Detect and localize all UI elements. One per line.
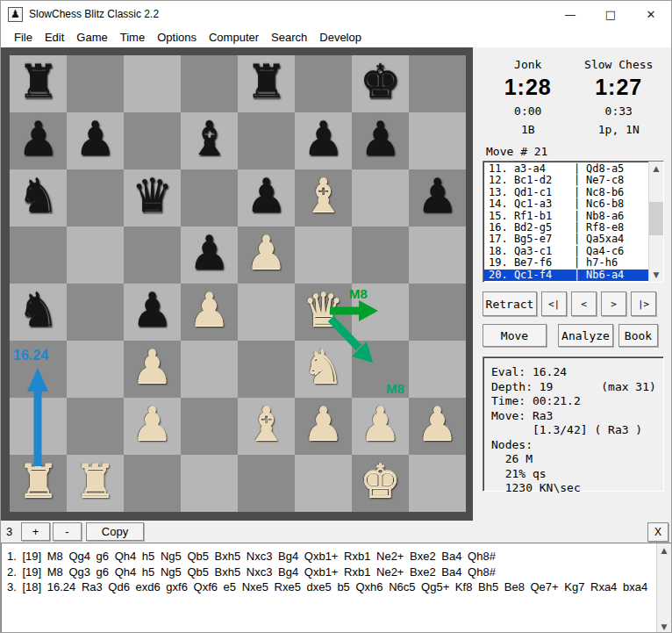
square-c8[interactable] (124, 55, 181, 112)
menu-options[interactable]: Options (151, 29, 203, 46)
move-list[interactable]: 11. a3-a4|Qd8-a512. Bc1-d2|Ne7-c813. Qd1… (483, 161, 664, 283)
menu-time[interactable]: Time (114, 29, 151, 46)
square-c6[interactable] (124, 169, 181, 227)
square-e3[interactable] (238, 341, 295, 398)
square-c3[interactable] (124, 341, 181, 398)
square-c7[interactable] (124, 112, 181, 169)
analyze-button[interactable]: Analyze (558, 324, 613, 347)
move-row-12[interactable]: 12. Bc1-d2|Ne7-c8 (483, 175, 648, 186)
square-d1[interactable] (181, 455, 238, 512)
square-a5[interactable] (10, 227, 67, 284)
square-a3[interactable] (10, 341, 67, 398)
move-row-15[interactable]: 15. Rf1-b1|Nb8-a6 (483, 211, 648, 222)
scroll-up-icon[interactable]: ▲ (649, 162, 663, 176)
square-b8[interactable] (67, 55, 124, 112)
square-b2[interactable] (67, 398, 124, 455)
square-h2[interactable] (409, 398, 466, 455)
square-f6[interactable] (295, 169, 352, 227)
square-h5[interactable] (409, 227, 466, 284)
square-d7[interactable] (181, 112, 238, 169)
square-e5[interactable] (238, 227, 295, 284)
square-f1[interactable] (295, 455, 352, 512)
square-a1[interactable] (10, 455, 67, 512)
square-d6[interactable] (181, 169, 238, 227)
analysis-scroll-up-icon[interactable]: ▲ (657, 543, 671, 557)
square-c5[interactable] (124, 227, 181, 284)
move-button[interactable]: Move (483, 324, 547, 347)
scroll-down-icon[interactable]: ▼ (649, 268, 663, 282)
increase-lines-button[interactable]: + (21, 522, 50, 541)
square-a8[interactable] (10, 55, 67, 112)
square-d2[interactable] (181, 398, 238, 455)
square-g5[interactable] (352, 227, 409, 284)
square-e8[interactable] (238, 55, 295, 112)
square-a4[interactable] (10, 284, 67, 341)
minimize-button[interactable]: — (550, 1, 590, 27)
next-move-button[interactable]: > (601, 291, 626, 316)
move-row-16[interactable]: 16. Bd2-g5|Rf8-e8 (483, 222, 648, 234)
menu-develop[interactable]: Develop (313, 29, 368, 46)
square-d4[interactable] (181, 284, 238, 341)
last-move-button[interactable]: |> (631, 291, 656, 316)
square-g4[interactable] (352, 284, 409, 341)
analysis-scrollbar[interactable]: ▲ ▼ (656, 543, 671, 633)
square-g7[interactable] (352, 112, 409, 169)
decrease-lines-button[interactable]: - (53, 522, 82, 541)
move-row-20-selected[interactable]: 20. Qc1-f4|Nb6-a4 (483, 270, 648, 281)
square-h4[interactable] (409, 284, 466, 341)
square-g1[interactable] (352, 455, 409, 512)
square-d5[interactable] (181, 227, 238, 284)
retract-button[interactable]: Retract (483, 291, 537, 316)
square-g2[interactable] (352, 398, 409, 455)
menu-computer[interactable]: Computer (203, 29, 265, 46)
square-f7[interactable] (295, 112, 352, 169)
analysis-scroll-down-icon[interactable]: ▼ (657, 620, 671, 633)
square-h8[interactable] (409, 55, 466, 112)
square-a2[interactable] (10, 398, 67, 455)
square-g8[interactable] (352, 55, 409, 112)
close-analysis-button[interactable]: X (647, 522, 668, 542)
move-row-11[interactable]: 11. a3-a4|Qd8-a5 (483, 163, 648, 175)
move-row-19[interactable]: 19. Be7-f6|h7-h6 (483, 257, 648, 269)
move-row-17[interactable]: 17. Bg5-e7|Qa5xa4 (483, 234, 648, 245)
square-c4[interactable] (124, 284, 181, 341)
menu-edit[interactable]: Edit (39, 29, 70, 46)
close-button[interactable]: ✕ (631, 1, 671, 27)
square-h6[interactable] (409, 169, 466, 227)
menu-file[interactable]: File (8, 29, 39, 46)
square-b5[interactable] (67, 227, 124, 284)
book-button[interactable]: Book (618, 324, 658, 347)
square-b6[interactable] (67, 169, 124, 227)
square-e2[interactable] (238, 398, 295, 455)
square-e6[interactable] (238, 169, 295, 227)
square-f5[interactable] (295, 227, 352, 284)
move-row-13[interactable]: 13. Qd1-c1|Nc8-b6 (483, 187, 648, 198)
menu-game[interactable]: Game (70, 29, 113, 46)
chess-board[interactable]: ♜♜♚♟♟♝♟♟♞♛♟♝♟♟♟♞♟♟♛♟♞♟♝♟♟♟♜♜♚ 16.24 M8 M… (10, 55, 466, 512)
menu-search[interactable]: Search (265, 29, 313, 46)
move-row-18[interactable]: 18. Qa3-c1|Qa4-c6 (483, 246, 648, 257)
copy-button[interactable]: Copy (86, 522, 144, 541)
scrollbar-thumb[interactable] (649, 202, 663, 235)
move-list-scrollbar[interactable]: ▲ ▼ (648, 162, 663, 282)
square-c2[interactable] (124, 398, 181, 455)
first-move-button[interactable]: <| (541, 291, 567, 316)
square-h1[interactable] (409, 455, 466, 512)
square-b3[interactable] (67, 341, 124, 398)
analysis-output-panel[interactable]: 1. [19] M8 Qg4 g6 Qh4 h5 Ng5 Qb5 Bxh5 Nx… (1, 543, 671, 633)
square-f3[interactable] (295, 341, 352, 398)
square-h7[interactable] (409, 112, 466, 169)
square-e7[interactable] (238, 112, 295, 169)
prev-move-button[interactable]: < (571, 291, 597, 316)
square-g6[interactable] (352, 169, 409, 227)
move-row-14[interactable]: 14. Qc1-a3|Nc6-b8 (483, 198, 648, 210)
square-h3[interactable] (409, 341, 466, 398)
square-b7[interactable] (67, 112, 124, 169)
square-b4[interactable] (67, 284, 124, 341)
square-f8[interactable] (295, 55, 352, 112)
square-d8[interactable] (181, 55, 238, 112)
square-b1[interactable] (67, 455, 124, 512)
square-g3[interactable] (352, 341, 409, 398)
maximize-button[interactable]: □ (590, 1, 631, 27)
square-f4[interactable] (295, 284, 352, 341)
